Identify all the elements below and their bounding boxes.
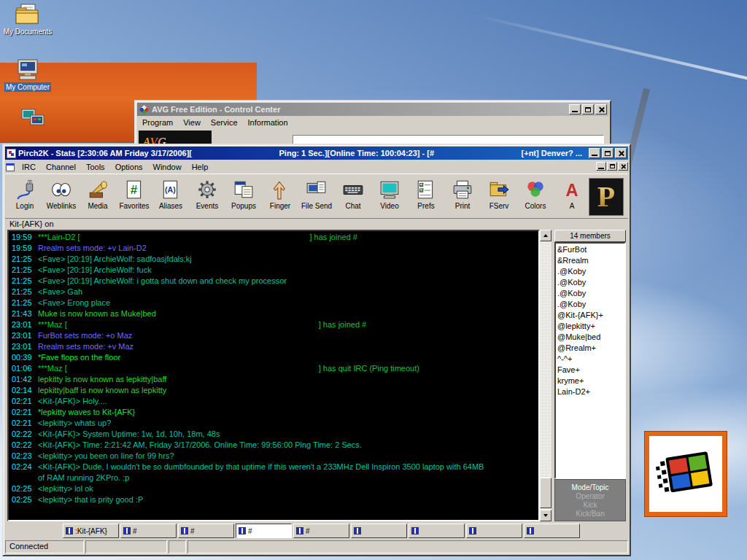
avg-menu-service[interactable]: Service: [206, 117, 243, 128]
pirch-toolbar: LoginWeblinksMedia#Favorites(A)AliasesEv…: [5, 174, 628, 219]
toolbar-chat-button[interactable]: Chat: [335, 176, 371, 217]
switchbar-tab-7[interactable]: [466, 524, 522, 538]
switchbar-tab-6[interactable]: [409, 524, 465, 538]
scroll-up-button[interactable]: [540, 230, 551, 241]
scroll-track[interactable]: [540, 241, 551, 510]
chat-timestamp: 19:59: [12, 232, 38, 243]
member-item[interactable]: kryme+: [557, 376, 623, 386]
avg-menu-view[interactable]: View: [178, 117, 206, 128]
tab-label: :Kit-{AFK}: [75, 527, 107, 535]
member-action-mode-topic[interactable]: Mode/Topic: [571, 483, 608, 491]
member-item[interactable]: Lain-D2+: [557, 386, 623, 397]
avg-menu-program[interactable]: Program: [137, 117, 178, 128]
pirch-maximize-button[interactable]: [602, 148, 614, 158]
switchbar-tab-5[interactable]: [351, 524, 407, 538]
desktop-icon-network[interactable]: [7, 106, 60, 139]
chat-line: 00:39*Fave flops on the floor: [12, 352, 535, 363]
member-list[interactable]: &FurBot&Rrealm.@Koby.@Koby.@Koby.@Koby@K…: [554, 242, 626, 479]
mdi-restore-button[interactable]: [607, 162, 617, 171]
avg-titlebar[interactable]: AVG Free Edition - Control Center: [137, 103, 608, 116]
mdi-close-button[interactable]: [618, 162, 628, 171]
toolbar-popups-button[interactable]: Popups: [225, 176, 262, 217]
member-item[interactable]: @lepkitty+: [557, 321, 623, 332]
chat-line: 02:21<lepkitty> whats up?: [12, 418, 535, 429]
pirch-titlebar[interactable]: Pirch2K - Stats [2:30:06 AM Friday 3/17/…: [5, 147, 628, 160]
member-item[interactable]: ^-^+: [557, 354, 623, 365]
toolbar-video-button[interactable]: Video: [371, 176, 408, 217]
toolbar-login-button[interactable]: Login: [7, 176, 43, 217]
menu-help[interactable]: Help: [187, 162, 214, 172]
menu-channel[interactable]: Channel: [41, 162, 81, 172]
chat-timestamp: 01:06: [12, 363, 38, 374]
avg-maximize-button[interactable]: [582, 104, 594, 114]
desktop-icon-my-documents[interactable]: My Documents: [1, 3, 54, 36]
member-item[interactable]: .@Koby: [557, 299, 623, 310]
avg-minimize-button[interactable]: [569, 104, 581, 114]
toolbar-filesend-button[interactable]: File Send: [298, 176, 335, 217]
chat-text: <Kit-{AFK}> Time: 2:21:42 AM, Friday 3/1…: [38, 440, 535, 451]
pirch-menu-items: IRCChannelToolsOptionsWindowHelp: [17, 162, 213, 172]
window-tab-icon: [411, 527, 419, 534]
chat-timestamp: 21:25: [12, 254, 38, 265]
chat-scrollbar[interactable]: [540, 230, 551, 521]
switchbar-tab-3[interactable]: #: [236, 524, 292, 538]
toolbar-finger-button[interactable]: Finger: [262, 176, 298, 217]
print-icon: [451, 177, 474, 202]
menu-irc[interactable]: IRC: [17, 162, 41, 172]
avg-app-icon: [139, 104, 149, 114]
member-item[interactable]: Fave+: [557, 365, 623, 376]
pirch-minimize-button[interactable]: [589, 148, 600, 158]
toolbar-ascii-button[interactable]: AA: [554, 176, 590, 217]
svg-text:(A): (A): [165, 185, 176, 194]
toolbar-media-button[interactable]: Media: [80, 176, 116, 217]
media-icon: [86, 177, 109, 202]
toolbar-print-button[interactable]: Print: [444, 176, 481, 217]
switchbar-tab-4[interactable]: #: [293, 524, 349, 538]
member-item[interactable]: @Rrealm+: [557, 343, 623, 354]
chat-timestamp: 01:42: [12, 374, 38, 385]
menu-window[interactable]: Window: [148, 162, 187, 172]
toolbar-events-button[interactable]: Events: [189, 176, 225, 217]
member-item[interactable]: .@Koby: [557, 277, 623, 288]
mdi-child-icon[interactable]: [6, 163, 15, 171]
chat-text: <Kit-{AFK}> System Uptime: 1w, 1d, 10h, …: [38, 429, 535, 440]
menu-options[interactable]: Options: [110, 162, 148, 172]
pirch-window[interactable]: Pirch2K - Stats [2:30:06 AM Friday 3/17/…: [2, 144, 631, 556]
chat-timestamp: 02:21: [12, 418, 38, 429]
chat-timestamp: 19:59: [12, 243, 38, 254]
pirch-close-button[interactable]: [615, 148, 627, 158]
switchbar-tab-8[interactable]: [524, 524, 580, 538]
switchbar-tab-2[interactable]: #: [178, 524, 234, 538]
scroll-thumb[interactable]: [540, 478, 551, 508]
toolbar-colors-button[interactable]: Colors: [517, 176, 554, 217]
member-item[interactable]: .@Koby: [557, 288, 623, 299]
member-item[interactable]: @Muke|bed: [557, 332, 623, 343]
scroll-down-button[interactable]: [540, 510, 551, 521]
menu-tools[interactable]: Tools: [81, 162, 110, 172]
toolbar-fserv-button[interactable]: FServ: [481, 176, 517, 217]
toolbar-weblinks-button[interactable]: Weblinks: [43, 176, 80, 217]
chat-text: ***Lain-D2 [] has joined #: [38, 232, 535, 243]
pirch-app-icon: [7, 149, 16, 158]
switchbar-tab-1[interactable]: #: [120, 524, 177, 538]
toolbar-favorites-button[interactable]: #Favorites: [116, 176, 152, 217]
chat-line: 21:25<Fave> Gah: [12, 287, 535, 298]
avg-close-button[interactable]: [595, 104, 607, 114]
member-item[interactable]: &FurBot: [557, 244, 623, 255]
switchbar-tab-0[interactable]: :Kit-{AFK}: [63, 524, 119, 538]
member-count-header: 14 members: [554, 230, 626, 242]
avg-menu-information[interactable]: Information: [243, 117, 293, 128]
window-tab-icon: [181, 527, 188, 534]
member-panel: 14 members &FurBot&Rrealm.@Koby.@Koby.@K…: [554, 230, 626, 521]
desktop-icon-my-computer[interactable]: My Computer: [1, 58, 54, 91]
toolbar-aliases-button[interactable]: (A)Aliases: [152, 176, 189, 217]
chat-timestamp: 00:39: [12, 352, 38, 363]
chat-timestamp: 23:01: [12, 341, 38, 352]
member-item[interactable]: &Rrealm: [557, 255, 623, 266]
member-item[interactable]: .@Koby: [557, 266, 623, 277]
toolbar-prefs-button[interactable]: Prefs: [408, 176, 444, 217]
mdi-minimize-button[interactable]: [596, 162, 606, 171]
svg-text:#: #: [131, 182, 138, 197]
pirch-title-left: Pirch2K - Stats [2:30:06 AM Friday 3/17/…: [18, 149, 192, 158]
member-item[interactable]: @Kit-{AFK}+: [557, 310, 623, 321]
